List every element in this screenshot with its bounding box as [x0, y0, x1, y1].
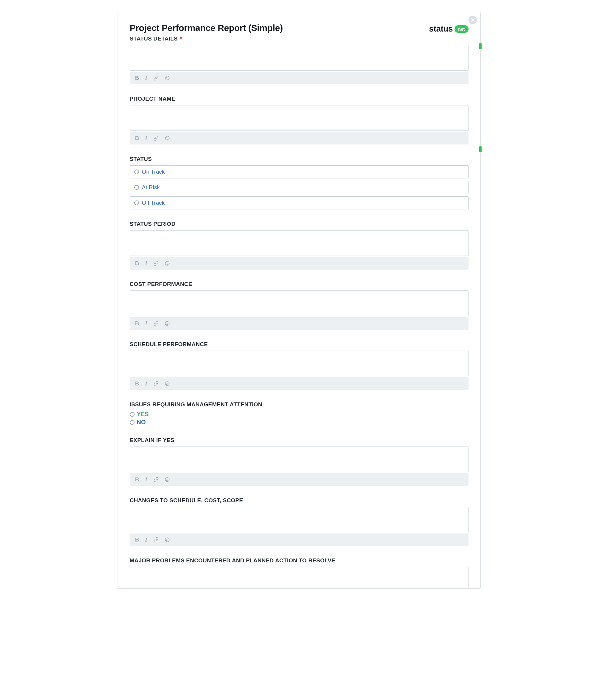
input-explain[interactable]: [130, 447, 469, 472]
bold-button[interactable]: B: [135, 476, 139, 483]
radio-off-track[interactable]: Off Track: [130, 196, 469, 209]
svg-point-19: [166, 539, 167, 540]
radio-issues-no-input[interactable]: [130, 420, 134, 425]
header: Project Performance Report (Simple) stat…: [130, 23, 469, 34]
bold-button[interactable]: B: [135, 260, 139, 267]
link-icon: [153, 381, 159, 386]
link-button[interactable]: [153, 537, 159, 543]
toolbar-status-details: B I: [130, 72, 469, 84]
label-status-period: STATUS PERIOD: [130, 221, 469, 227]
link-icon: [153, 477, 159, 482]
label-explain: EXPLAIN IF YES: [130, 437, 469, 444]
emoji-button[interactable]: [164, 75, 170, 81]
radio-at-risk[interactable]: At Risk: [130, 181, 469, 194]
label-issues: ISSUES REQUIRING MANAGEMENT ATTENTION: [130, 401, 469, 408]
link-icon: [153, 537, 159, 543]
input-status-details[interactable]: [130, 45, 469, 71]
brand-logo: status net: [429, 23, 469, 34]
link-button[interactable]: [153, 260, 159, 266]
italic-button[interactable]: I: [145, 75, 147, 81]
svg-point-17: [167, 479, 168, 480]
section-status-details: STATUS DETAILS * B I: [130, 35, 469, 84]
radio-off-track-input[interactable]: [134, 200, 139, 205]
bold-button[interactable]: B: [135, 380, 139, 387]
emoji-button[interactable]: [164, 381, 170, 386]
input-changes[interactable]: [130, 507, 469, 532]
italic-button[interactable]: I: [145, 135, 147, 142]
radio-issues-no[interactable]: NO: [130, 419, 469, 426]
input-project-name[interactable]: [130, 105, 469, 131]
svg-point-10: [166, 323, 167, 324]
link-button[interactable]: [153, 135, 159, 141]
toolbar-schedule-performance: B I: [130, 377, 469, 390]
toolbar-changes: B I: [130, 533, 469, 546]
link-icon: [153, 75, 159, 81]
bold-button[interactable]: B: [135, 320, 139, 327]
radio-issues-yes-label: YES: [137, 411, 149, 418]
close-button[interactable]: [469, 16, 477, 24]
emoji-button[interactable]: [164, 477, 170, 482]
bold-button[interactable]: B: [135, 536, 139, 543]
required-marker: *: [180, 35, 182, 42]
radio-on-track-label: On Track: [142, 169, 165, 175]
emoji-button[interactable]: [164, 537, 170, 543]
svg-point-18: [165, 538, 170, 542]
section-project-name: PROJECT NAME B I: [130, 96, 469, 145]
toolbar-project-name: B I: [130, 132, 469, 145]
bold-button[interactable]: B: [135, 75, 139, 81]
link-icon: [153, 135, 159, 141]
input-status-period[interactable]: [130, 230, 469, 256]
svg-point-4: [166, 138, 167, 138]
section-schedule-performance: SCHEDULE PERFORMANCE B I: [130, 341, 469, 390]
page-title: Project Performance Report (Simple): [130, 23, 283, 33]
label-major-problems: MAJOR PROBLEMS ENCOUNTERED AND PLANNED A…: [130, 557, 469, 564]
svg-point-14: [167, 383, 168, 384]
bold-button[interactable]: B: [135, 135, 139, 142]
italic-button[interactable]: I: [145, 380, 147, 387]
section-issues: ISSUES REQUIRING MANAGEMENT ATTENTION YE…: [130, 401, 469, 426]
link-button[interactable]: [153, 75, 159, 81]
input-schedule-performance[interactable]: [130, 351, 469, 376]
svg-point-1: [166, 77, 167, 78]
svg-point-0: [165, 76, 170, 80]
emoji-button[interactable]: [164, 321, 170, 326]
section-changes: CHANGES TO SCHEDULE, COST, SCOPE B I: [130, 497, 469, 546]
side-strip-2: [479, 146, 482, 152]
emoji-button[interactable]: [164, 135, 170, 141]
svg-point-20: [167, 539, 168, 540]
radio-on-track[interactable]: On Track: [130, 165, 469, 178]
input-major-problems[interactable]: [130, 567, 469, 587]
radio-at-risk-input[interactable]: [134, 185, 139, 190]
emoji-icon: [164, 75, 170, 81]
section-major-problems: MAJOR PROBLEMS ENCOUNTERED AND PLANNED A…: [130, 557, 469, 588]
italic-button[interactable]: I: [145, 320, 147, 327]
link-icon: [153, 260, 159, 266]
svg-point-9: [165, 321, 170, 326]
link-button[interactable]: [153, 477, 159, 482]
emoji-icon: [164, 477, 170, 482]
section-explain: EXPLAIN IF YES B I: [130, 437, 469, 486]
link-button[interactable]: [153, 381, 159, 386]
italic-button[interactable]: I: [145, 476, 147, 483]
section-cost-performance: COST PERFORMANCE B I: [130, 281, 469, 330]
emoji-icon: [164, 321, 170, 326]
section-status: STATUS On Track At Risk Off Track: [130, 156, 469, 209]
svg-point-11: [167, 323, 168, 324]
svg-point-8: [167, 263, 168, 263]
italic-button[interactable]: I: [145, 260, 147, 267]
label-schedule-performance: SCHEDULE PERFORMANCE: [130, 341, 469, 348]
toolbar-explain: B I: [130, 473, 469, 486]
emoji-button[interactable]: [164, 260, 170, 266]
svg-point-12: [165, 381, 170, 386]
svg-point-16: [166, 479, 167, 480]
svg-point-15: [165, 477, 170, 482]
toolbar-cost-performance: B I: [130, 317, 469, 330]
radio-issues-yes[interactable]: YES: [130, 411, 469, 418]
label-status: STATUS: [130, 156, 469, 162]
input-cost-performance[interactable]: [130, 291, 469, 316]
emoji-icon: [164, 381, 170, 386]
link-button[interactable]: [153, 321, 159, 326]
italic-button[interactable]: I: [145, 536, 147, 543]
radio-issues-yes-input[interactable]: [130, 412, 134, 417]
radio-on-track-input[interactable]: [134, 170, 139, 174]
